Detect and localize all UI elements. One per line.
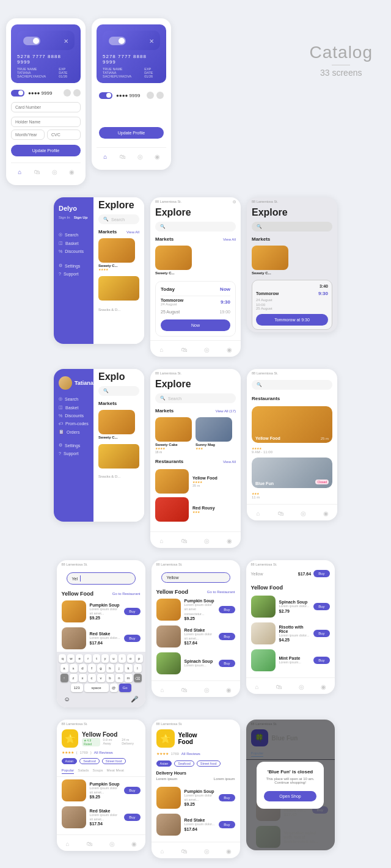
view-all-markets[interactable]: View All [126, 230, 139, 234]
active-search-bar[interactable]: Yel [67, 572, 136, 585]
cvc-input[interactable] [47, 129, 81, 140]
key-d[interactable]: d [79, 664, 87, 673]
profile-explore[interactable]: ◉ [225, 536, 235, 545]
sidebar-item-basket[interactable]: ◫ Basket [59, 239, 89, 247]
search-bar-2[interactable]: 🔍 [155, 222, 236, 232]
pumpkin-buy-2[interactable]: Buy [219, 606, 235, 613]
view-all-full[interactable]: View All (17) [216, 409, 236, 413]
user-support[interactable]: ? Support [59, 450, 89, 458]
edit-icon[interactable] [64, 89, 71, 97]
key-g[interactable]: g [97, 664, 105, 673]
delete-icon[interactable] [73, 89, 81, 97]
tag-seafood-2[interactable]: Seafood [174, 760, 194, 767]
key-v[interactable]: v [97, 674, 105, 682]
holder-name-input[interactable] [11, 117, 81, 127]
pumpkin-detail-2[interactable]: Pumpkin Soup Lorem ipsum dolor sit amet.… [152, 784, 240, 811]
today-option[interactable]: Today [161, 286, 175, 292]
search-yf1[interactable]: ◎ [107, 839, 117, 848]
card-toggle-2[interactable] [109, 37, 126, 45]
tab-meat-1[interactable]: Meat Meat [107, 768, 124, 774]
home-nav-2[interactable]: ⌂ [100, 151, 110, 161]
market-sweety-2[interactable]: Sweety C... [155, 246, 192, 275]
key-r[interactable]: r [84, 654, 92, 663]
user-basket[interactable]: ◫ Basket [59, 403, 89, 412]
yf2-all[interactable]: All Reviews [181, 752, 200, 756]
bag-rest[interactable]: 🛍 [276, 508, 286, 518]
bag-yf1[interactable]: 🛍 [85, 839, 95, 848]
card-toggle[interactable] [23, 37, 40, 45]
profile-nav-2[interactable]: ◉ [153, 151, 163, 161]
home-nav-icon[interactable]: ⌂ [15, 167, 24, 177]
sweety-full[interactable]: Sweety Cake ★★★★ 16 m [155, 417, 192, 454]
pumpkin-item-2[interactable]: Pumpkin Soup Lorem ipsum dolor sit amet … [152, 596, 240, 623]
update-profile-button[interactable]: Update Profile [11, 145, 81, 156]
steak-buy-1[interactable]: Buy [124, 635, 140, 642]
signin-link[interactable]: Sign In [59, 216, 70, 219]
emoji-icon[interactable]: ☺ [64, 696, 70, 702]
search-3[interactable]: ◎ [202, 345, 212, 354]
steak-det-buy-1[interactable]: Buy [124, 814, 140, 821]
sidebar-item-search[interactable]: ◎ Search [59, 230, 89, 239]
yellow-food-card[interactable]: Yellow Food ★★★★ 35 m [155, 469, 236, 494]
key-m[interactable]: m [125, 674, 133, 682]
profile-rest[interactable]: ◉ [321, 508, 331, 518]
search-s2[interactable]: ◎ [202, 685, 211, 695]
user-orders[interactable]: 📋 Orders [59, 428, 89, 436]
bag-s3[interactable]: 🛍 [274, 682, 284, 691]
key-at[interactable]: @ [110, 684, 118, 692]
key-i[interactable]: i [119, 654, 126, 663]
key-space[interactable]: space [84, 684, 109, 692]
key-a[interactable]: a [60, 664, 68, 673]
close-icon-2[interactable]: ✕ [149, 38, 154, 45]
tomorrow-button[interactable]: Tommorow at 9:30 [256, 314, 328, 326]
signup-link[interactable]: Sign Up [74, 216, 88, 219]
s2-go-to[interactable]: Go to Restaurant [207, 590, 235, 594]
month-year-input[interactable] [11, 129, 45, 140]
search-yf2[interactable]: ◎ [202, 846, 211, 856]
key-l[interactable]: l [134, 664, 142, 673]
explore-search[interactable]: 🔍 Search [155, 393, 236, 403]
view-all-rest[interactable]: View All [223, 460, 236, 464]
key-y[interactable]: y [101, 654, 109, 663]
red-rousy-card[interactable]: Red Rousy ★★★ [155, 497, 236, 522]
tag-asian-2[interactable]: Asian [156, 760, 172, 767]
bag-s2[interactable]: 🛍 [180, 685, 189, 695]
now-option[interactable]: Now [220, 286, 230, 292]
key-x[interactable]: x [79, 674, 87, 682]
search-bar-yellow[interactable]: Yellow [161, 572, 230, 583]
view-all-2[interactable]: View All [223, 238, 236, 241]
tab-popular-1[interactable]: Popular [62, 768, 75, 774]
steak-item-2[interactable]: Red Stake Lorem ipsum dolor sit amet... … [152, 623, 240, 650]
sidebar-item-support[interactable]: ? Support [59, 270, 89, 278]
home-yf2[interactable]: ⌂ [158, 846, 167, 856]
spinach-item-2[interactable]: Spinach Soup Lorem ipsum... Buy [152, 650, 240, 677]
spinach-item-3[interactable]: Spinach Soup Lorem ipsum dolor... $2.79 … [246, 593, 335, 620]
home-s3[interactable]: ⌂ [252, 682, 262, 691]
key-o[interactable]: o [127, 654, 134, 663]
close-icon[interactable]: ✕ [64, 38, 68, 45]
user-search-bar[interactable]: 🔍 [98, 386, 139, 396]
steak-item-1[interactable]: Red Stake Lorem ipsum dolor... $17.64 Bu… [57, 625, 145, 652]
update-profile-button-2[interactable]: Update Profile [99, 127, 164, 139]
steak-detail-1[interactable]: Red Stake Lorem ipsum dolor sit amet... … [57, 804, 145, 831]
key-q[interactable]: q [59, 654, 66, 663]
risotto-buy[interactable]: Buy [313, 630, 329, 637]
key-go[interactable]: Go [119, 684, 131, 692]
tag-street-2[interactable]: Street food [197, 760, 221, 767]
steak-det-buy-2[interactable]: Buy [219, 821, 235, 828]
search-rest[interactable]: ◎ [299, 508, 309, 518]
profile-s3[interactable]: ◉ [318, 682, 328, 691]
tab-soups-1[interactable]: Soups [93, 768, 103, 774]
search-bar-3[interactable]: 🔍 [252, 222, 332, 232]
sidebar-item-settings[interactable]: ⚙ Settings [59, 261, 89, 270]
key-z[interactable]: z [70, 674, 78, 682]
home-3[interactable]: ⌂ [157, 345, 167, 354]
search-nav-icon[interactable]: ◎ [49, 167, 59, 177]
user-prom-codes[interactable]: 🏷 Prom-codes [59, 420, 89, 428]
home-s2[interactable]: ⌂ [158, 685, 167, 695]
key-123[interactable]: 123 [71, 684, 83, 692]
bag-3[interactable]: 🛍 [180, 345, 189, 354]
market-sweety-3[interactable]: Sweety C... [252, 246, 288, 275]
mint-buy[interactable]: Buy [313, 657, 329, 664]
mint-item[interactable]: Mint Paste Lorem ipsum... Buy [246, 647, 335, 674]
